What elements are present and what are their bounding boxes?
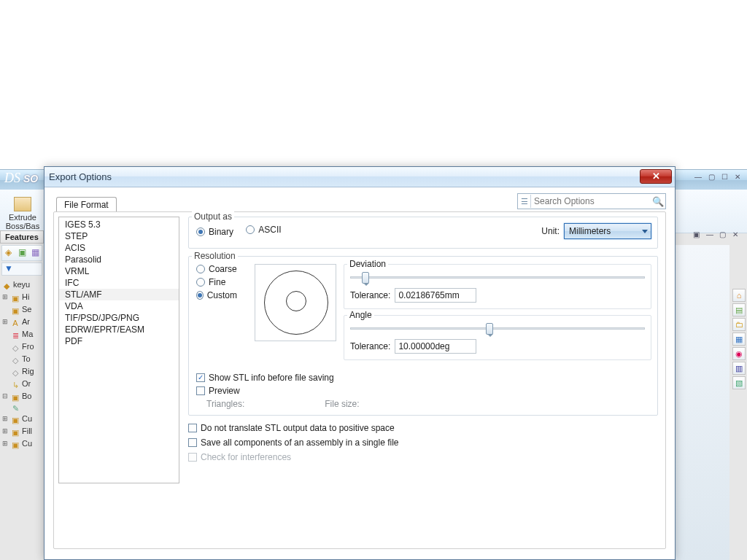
filesize-label: File size: xyxy=(325,399,359,409)
dialog-close-button[interactable]: ✕ xyxy=(640,169,672,184)
format-item-vrml[interactable]: VRML xyxy=(59,265,179,277)
deviation-tolerance-label: Tolerance: xyxy=(350,290,390,300)
radio-ascii[interactable]: ASCII xyxy=(246,225,281,235)
format-item-stl-amf[interactable]: STL/AMF xyxy=(59,289,179,300)
dialog-titlebar[interactable]: Export Options ✕ xyxy=(44,167,675,187)
format-item-vda[interactable]: VDA xyxy=(59,300,179,312)
features-tab[interactable]: Features xyxy=(0,230,44,244)
radio-dot-icon xyxy=(196,291,204,300)
config-manager-icon[interactable]: ▦ xyxy=(29,246,42,259)
home-icon[interactable]: ⌂ xyxy=(732,289,746,302)
radio-fine[interactable]: Fine xyxy=(196,277,237,287)
radio-coarse[interactable]: Coarse xyxy=(196,264,237,274)
tab-file-format[interactable]: File Format xyxy=(56,197,117,212)
output-as-group: Output as Binary ASCII Unit: Millimeters xyxy=(188,217,658,249)
property-manager-icon[interactable]: ▣ xyxy=(16,246,28,259)
feature-tree[interactable]: ◆ keyu ⊞▣Hi ▣Se ⊞AAr ≣Ma ◇Fro ◇To ◇Rig ↳… xyxy=(1,279,42,450)
deviation-tolerance-input[interactable]: 0.02186765mm xyxy=(395,288,476,303)
check-no-translate[interactable]: Do not translate STL output data to posi… xyxy=(188,423,648,433)
manager-tabs[interactable]: ◈ ▣ ▦ xyxy=(1,245,42,261)
bg-maximize-icon[interactable]: ☐ xyxy=(719,172,729,182)
format-item-acis[interactable]: ACIS xyxy=(59,242,179,254)
angle-tolerance-input[interactable]: 10.00000deg xyxy=(395,339,476,354)
check-single-file[interactable]: Save all components of an assembly in a … xyxy=(188,438,648,448)
format-item-ifc[interactable]: IFC xyxy=(59,277,179,289)
filter-bar[interactable]: ▼ xyxy=(1,262,42,276)
design-library-icon[interactable]: ▤ xyxy=(732,303,746,316)
checkbox-icon xyxy=(188,438,197,447)
search-icon[interactable]: 🔍 xyxy=(651,196,665,207)
search-options-icon: ☰ xyxy=(518,195,531,208)
angle-label: Angle xyxy=(347,310,374,320)
tab-panel: IGES 5.3 STEP ACIS Parasolid VRML IFC ST… xyxy=(53,211,666,549)
export-options-dialog: Export Options ✕ ☰ 🔍 File Format IGES 5.… xyxy=(44,166,676,560)
angle-slider[interactable] xyxy=(350,322,645,335)
radio-ascii-label: ASCII xyxy=(258,225,281,235)
bg-restore-icon[interactable]: ▢ xyxy=(706,172,716,182)
sub-restore-icon[interactable]: ▢ xyxy=(719,230,729,241)
background-window-controls: — ▢ ☐ ✕ xyxy=(693,172,743,182)
radio-dot-icon xyxy=(196,265,205,273)
custom-props-icon[interactable]: ▥ xyxy=(732,362,746,375)
search-input[interactable] xyxy=(531,196,651,206)
deviation-label: Deviation xyxy=(347,259,388,269)
extrude-icon xyxy=(14,197,31,211)
slider-thumb-icon[interactable] xyxy=(362,272,369,284)
tree-root-label: keyu xyxy=(13,279,30,291)
feature-manager-icon[interactable]: ◈ xyxy=(2,246,15,259)
radio-binary[interactable]: Binary xyxy=(196,227,233,237)
deviation-slider[interactable] xyxy=(350,271,645,284)
check-show-stl-info[interactable]: Show STL info before file saving xyxy=(196,373,334,383)
checkbox-icon xyxy=(196,373,205,382)
output-as-label: Output as xyxy=(192,211,234,222)
task-pane-tabs[interactable]: ⌂ ▤ 🗀 ▦ ◉ ▥ ▧ xyxy=(732,289,746,389)
filter-icon: ▼ xyxy=(4,263,13,273)
triangles-label: Triangles: xyxy=(206,399,244,409)
ribbon-extrude-label2: Boss/Bas xyxy=(4,222,41,230)
ribbon-extrude-label1: Extrude xyxy=(4,213,41,222)
resolution-preview-graphic xyxy=(255,264,336,341)
angle-group: Angle Tolerance: 10.00000deg xyxy=(344,315,651,360)
angle-tolerance-label: Tolerance: xyxy=(350,341,390,351)
bg-close-icon[interactable]: ✕ xyxy=(732,172,743,182)
subwindow-controls: ▣ — ▢ ✕ xyxy=(693,230,743,241)
radio-dot-icon xyxy=(196,278,205,287)
bg-minimize-icon[interactable]: — xyxy=(693,172,703,182)
dialog-title: Export Options xyxy=(49,171,112,182)
format-list[interactable]: IGES 5.3 STEP ACIS Parasolid VRML IFC ST… xyxy=(58,217,179,483)
format-item-pdf[interactable]: PDF xyxy=(59,335,179,347)
sub-close-icon[interactable]: ✕ xyxy=(732,230,743,241)
sub-dock-icon[interactable]: ▣ xyxy=(693,230,703,241)
radio-custom[interactable]: Custom xyxy=(196,290,237,300)
check-preview[interactable]: Preview xyxy=(196,386,240,396)
tab-strip: File Format xyxy=(56,196,117,212)
brand-text-so: SO xyxy=(23,173,38,184)
chevron-down-icon xyxy=(642,230,648,233)
radio-dot-icon xyxy=(196,228,205,236)
search-options-field[interactable]: ☰ 🔍 xyxy=(517,193,666,209)
check-interferences: Check for interferences xyxy=(188,452,648,462)
file-explorer-icon[interactable]: 🗀 xyxy=(732,318,746,331)
slider-thumb-icon[interactable] xyxy=(486,323,493,335)
format-item-step[interactable]: STEP xyxy=(59,230,179,242)
format-item-edrw[interactable]: EDRW/EPRT/EASM xyxy=(59,324,179,335)
radio-binary-label: Binary xyxy=(209,227,233,237)
sub-minimize-icon[interactable]: — xyxy=(706,230,716,241)
brand-logo-ds: DS xyxy=(4,171,20,186)
deviation-group: Deviation Tolerance: 0.02186765mm xyxy=(344,264,651,309)
forums-icon[interactable]: ▧ xyxy=(732,376,746,389)
tree-root-row[interactable]: ◆ keyu xyxy=(1,279,42,291)
unit-combobox[interactable]: Millimeters xyxy=(564,223,651,239)
resolution-group: Resolution Coarse Fine xyxy=(188,256,658,416)
view-palette-icon[interactable]: ▦ xyxy=(732,332,746,346)
radio-dot-icon xyxy=(246,225,255,234)
format-item-tif[interactable]: TIF/PSD/JPG/PNG xyxy=(59,312,179,324)
checkbox-icon xyxy=(188,424,197,432)
unit-label: Unit: xyxy=(541,226,560,236)
format-item-parasolid[interactable]: Parasolid xyxy=(59,254,179,265)
ribbon-extrude-button[interactable]: Extrude Boss/Bas xyxy=(4,197,41,229)
resolution-label: Resolution xyxy=(192,251,238,261)
checkbox-icon xyxy=(196,386,205,395)
format-item-iges[interactable]: IGES 5.3 xyxy=(59,219,179,230)
appearances-icon[interactable]: ◉ xyxy=(732,347,746,360)
